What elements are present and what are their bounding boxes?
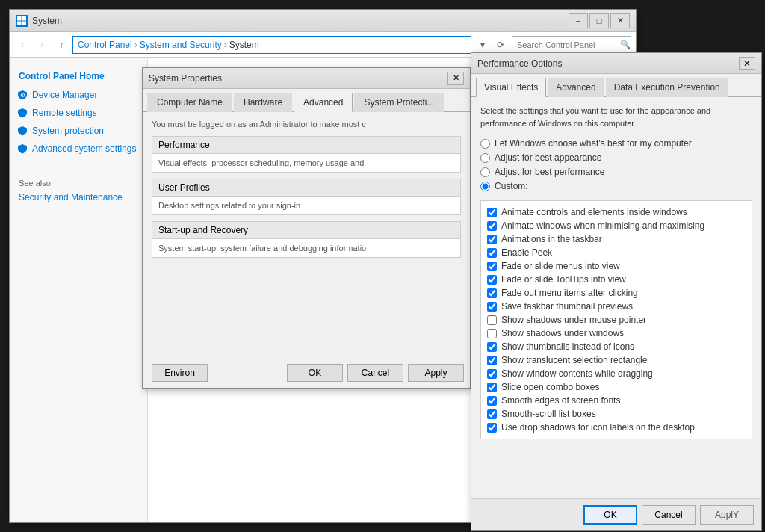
- sidebar-label-device-manager: Device Manager: [32, 90, 97, 100]
- radio-group: Let Windows choose what's best for my co…: [480, 138, 752, 191]
- cb-fade-menus[interactable]: Fade or slide menus into view: [487, 259, 746, 273]
- radio-best-performance[interactable]: Adjust for best performance: [480, 167, 752, 177]
- startup-section-header: Start-up and Recovery: [152, 222, 460, 239]
- perf-section-body: Visual effects, processor scheduling, me…: [152, 154, 460, 172]
- cb-enable-peek[interactable]: Enable Peek: [487, 246, 746, 259]
- see-also-title: See also: [19, 179, 138, 188]
- svg-rect-0: [17, 16, 22, 21]
- system-properties-dialog: System Properties ✕ Computer Name Hardwa…: [142, 67, 471, 389]
- perf-tab-advanced[interactable]: Advanced: [548, 78, 604, 97]
- svg-text:⚙: ⚙: [20, 92, 25, 99]
- startup-desc: System start-up, system failure and debu…: [158, 244, 366, 253]
- performance-options-dialog: Performance Options ✕ Visual Effects Adv…: [471, 52, 762, 531]
- sysprop-tab-bar: Computer Name Hardware Advanced System P…: [143, 89, 470, 112]
- cb-smooth-scroll[interactable]: Smooth-scroll list boxes: [487, 407, 746, 421]
- sysprop-close-button[interactable]: ✕: [447, 72, 464, 85]
- radio-let-windows[interactable]: Let Windows choose what's best for my co…: [480, 138, 752, 149]
- tab-advanced[interactable]: Advanced: [294, 93, 353, 112]
- perf-section-header: Performance: [152, 137, 460, 154]
- sysprop-cancel-button[interactable]: Cancel: [347, 364, 403, 382]
- perf-ok-button[interactable]: OK: [583, 505, 637, 525]
- window-icon: [16, 15, 28, 27]
- window-title: System: [32, 16, 569, 26]
- sysprop-note: You must be logged on as an Administrato…: [152, 120, 461, 129]
- perf-title: Performance Options: [477, 58, 739, 69]
- radio-custom[interactable]: Custom:: [480, 181, 752, 191]
- cb-animations-taskbar[interactable]: Animations in the taskbar: [487, 232, 746, 246]
- forward-button[interactable]: ›: [34, 37, 50, 53]
- sysprop-title: System Properties: [149, 73, 447, 84]
- shield-icon-3: [17, 126, 28, 136]
- tab-hardware[interactable]: Hardware: [234, 93, 292, 112]
- sidebar-item-system-protection[interactable]: System protection: [10, 122, 147, 140]
- perf-content: Select the settings that you want to use…: [471, 97, 761, 496]
- svg-rect-1: [22, 16, 27, 21]
- cb-save-thumbnail[interactable]: Save taskbar thumbnail previews: [487, 300, 746, 313]
- sidebar-home[interactable]: Control Panel Home: [10, 66, 147, 86]
- shield-icon-1: ⚙: [17, 90, 28, 100]
- path-control-panel[interactable]: Control Panel: [78, 40, 132, 50]
- sysprop-buttons: OK Cancel Apply: [287, 364, 464, 382]
- cb-combo-boxes[interactable]: Slide open combo boxes: [487, 380, 746, 394]
- userprofile-section-header: User Profiles: [152, 179, 460, 197]
- shield-icon-2: [17, 108, 28, 118]
- sidebar-label-advanced-settings: Advanced system settings: [32, 143, 136, 154]
- dropdown-button[interactable]: ▾: [474, 37, 491, 53]
- sidebar-item-remote-settings[interactable]: Remote settings: [10, 104, 147, 122]
- minimize-button[interactable]: −: [569, 13, 588, 28]
- tab-system-protection[interactable]: System Protecti...: [354, 93, 444, 112]
- search-input[interactable]: [517, 40, 620, 49]
- perf-desc: Visual effects, processor scheduling, me…: [158, 158, 364, 167]
- address-path[interactable]: Control Panel › System and Security › Sy…: [72, 36, 471, 54]
- perf-tab-bar: Visual Effects Advanced Data Execution P…: [471, 74, 761, 97]
- svg-rect-2: [17, 21, 22, 25]
- sidebar-label-remote-settings: Remote settings: [32, 108, 97, 118]
- cb-animate-controls[interactable]: Animate controls and elements inside win…: [487, 205, 746, 219]
- startup-section-body: System start-up, system failure and debu…: [152, 239, 460, 257]
- radio-best-appearance[interactable]: Adjust for best appearance: [480, 152, 752, 163]
- sysprop-apply-button[interactable]: Apply: [408, 364, 464, 382]
- search-icon: 🔍: [620, 40, 631, 49]
- path-system: System: [229, 40, 259, 50]
- cb-window-contents[interactable]: Show window contents while dragging: [487, 367, 746, 380]
- cb-shadows-mouse[interactable]: Show shadows under mouse pointer: [487, 313, 746, 327]
- path-system-security[interactable]: System and Security: [140, 40, 222, 50]
- perf-close-button[interactable]: ✕: [739, 57, 755, 70]
- cb-animate-windows[interactable]: Animate windows when minimising and maxi…: [487, 219, 746, 232]
- back-button[interactable]: ‹: [14, 37, 31, 53]
- cb-thumbnails[interactable]: Show thumbnails instead of icons: [487, 340, 746, 353]
- cb-translucent[interactable]: Show translucent selection rectangle: [487, 353, 746, 367]
- cb-fade-menu-items[interactable]: Fade out menu items after clicking: [487, 286, 746, 300]
- up-button[interactable]: ↑: [53, 37, 69, 53]
- performance-section: Performance Visual effects, processor sc…: [152, 136, 461, 173]
- sidebar-item-advanced-settings[interactable]: Advanced system settings: [10, 140, 147, 158]
- sysprop-title-bar: System Properties ✕: [143, 68, 470, 89]
- cb-smooth-fonts[interactable]: Smooth edges of screen fonts: [487, 394, 746, 407]
- perf-tab-dep[interactable]: Data Execution Prevention: [606, 78, 728, 97]
- checkbox-section: Animate controls and elements inside win…: [480, 200, 752, 439]
- refresh-button[interactable]: ⟳: [492, 37, 509, 53]
- perf-apply-button[interactable]: ApplY: [700, 505, 754, 525]
- sidebar-item-device-manager[interactable]: ⚙ Device Manager: [10, 86, 147, 104]
- perf-tab-visual[interactable]: Visual Effects: [476, 78, 546, 97]
- search-box: 🔍: [512, 36, 631, 54]
- perf-cancel-button[interactable]: Cancel: [642, 505, 696, 525]
- cb-shadows-windows[interactable]: Show shadows under windows: [487, 327, 746, 340]
- see-also-section: See also Security and Maintenance: [10, 173, 147, 208]
- tab-computer-name[interactable]: Computer Name: [147, 93, 232, 112]
- environ-button[interactable]: Environ: [152, 364, 208, 382]
- sidebar: Control Panel Home ⚙ Device Manager Remo…: [10, 58, 148, 522]
- userprofile-desc: Desktop settings related to your sign-in: [158, 201, 300, 210]
- see-also-link[interactable]: Security and Maintenance: [19, 192, 138, 202]
- maximize-button[interactable]: □: [589, 13, 609, 28]
- sysprop-ok-button[interactable]: OK: [287, 364, 343, 382]
- startup-section: Start-up and Recovery System start-up, s…: [152, 221, 461, 258]
- sidebar-label-system-protection: System protection: [32, 126, 104, 136]
- svg-rect-3: [22, 21, 27, 25]
- perf-buttons: OK Cancel ApplY: [471, 498, 761, 530]
- shield-icon-4: [17, 143, 28, 154]
- close-button[interactable]: ✕: [610, 13, 630, 28]
- cb-drop-shadows[interactable]: Use drop shadows for icon labels on the …: [487, 421, 746, 434]
- cb-fade-tooltips[interactable]: Fade or slide ToolTips into view: [487, 273, 746, 286]
- userprofile-section-body: Desktop settings related to your sign-in: [152, 197, 460, 214]
